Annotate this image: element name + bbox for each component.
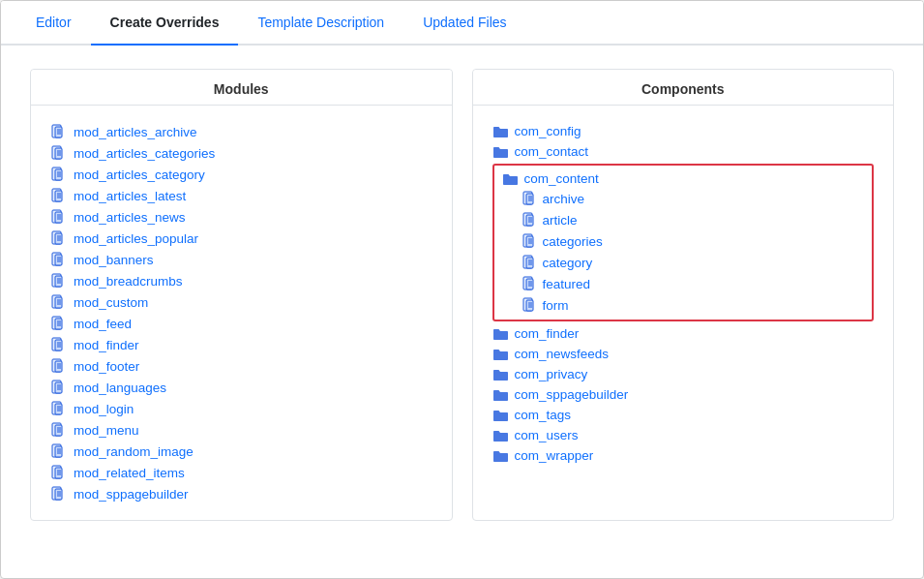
folder-icon xyxy=(492,327,509,341)
tab-editor[interactable]: Editor xyxy=(16,1,91,46)
file-icon xyxy=(522,297,537,313)
folder-header[interactable]: com_content xyxy=(502,169,865,188)
file-icon xyxy=(50,358,68,374)
file-icon xyxy=(50,230,68,246)
item-label: mod_footer xyxy=(74,359,139,374)
folder-icon xyxy=(492,388,509,402)
item-label: com_tags xyxy=(515,408,572,422)
item-label: mod_finder xyxy=(74,338,139,352)
item-label: archive xyxy=(543,192,585,206)
list-item[interactable]: mod_finder xyxy=(50,334,432,355)
list-item[interactable]: com_users xyxy=(492,425,875,445)
file-icon xyxy=(50,124,68,139)
item-label: mod_random_image xyxy=(74,444,194,459)
list-item[interactable]: mod_footer xyxy=(50,355,432,377)
file-icon xyxy=(50,294,68,310)
file-icon xyxy=(50,465,68,480)
list-item[interactable]: article xyxy=(522,209,865,230)
list-item[interactable]: mod_breadcrumbs xyxy=(50,270,432,291)
list-item[interactable]: mod_articles_categories xyxy=(50,142,432,164)
file-icon xyxy=(50,145,68,161)
item-label: com_users xyxy=(515,428,579,442)
list-item[interactable]: form xyxy=(522,294,865,316)
tab-create-overrides[interactable]: Create Overrides xyxy=(91,1,239,46)
item-label: com_wrapper xyxy=(515,448,594,463)
item-label: com_content xyxy=(524,171,599,186)
list-item[interactable]: mod_sppagebuilder xyxy=(50,483,432,504)
list-item[interactable]: com_config xyxy=(492,121,875,141)
item-label: mod_breadcrumbs xyxy=(74,274,183,289)
file-icon xyxy=(50,316,68,331)
item-label: mod_articles_latest xyxy=(74,189,186,203)
modules-panel-title: Modules xyxy=(31,70,452,106)
folder-children: archive article categories category xyxy=(502,188,865,316)
file-icon xyxy=(50,443,68,459)
item-label: com_config xyxy=(515,124,581,138)
file-icon xyxy=(522,212,537,228)
item-label: com_newsfeeds xyxy=(515,347,610,361)
item-label: mod_menu xyxy=(74,423,139,438)
list-item[interactable]: mod_articles_news xyxy=(50,206,432,228)
file-icon xyxy=(50,273,68,289)
list-item[interactable]: mod_feed xyxy=(50,313,432,334)
list-item[interactable]: com_sppagebuilder xyxy=(492,384,875,405)
list-item[interactable]: mod_related_items xyxy=(50,462,432,483)
item-label: com_finder xyxy=(515,326,580,341)
list-item[interactable]: mod_languages xyxy=(50,377,432,398)
item-label: mod_related_items xyxy=(74,466,185,480)
item-label: categories xyxy=(543,234,603,249)
list-item[interactable]: com_tags xyxy=(492,405,875,425)
item-label: com_contact xyxy=(515,144,589,159)
expanded-folder: com_content archive article categories xyxy=(492,164,875,321)
folder-icon xyxy=(492,368,509,381)
main-window: Editor Create Overrides Template Descrip… xyxy=(0,0,924,579)
item-label: article xyxy=(543,213,578,228)
file-icon xyxy=(50,188,68,203)
components-panel-body: com_config com_contact com_content archi… xyxy=(473,106,894,481)
file-icon xyxy=(50,486,68,502)
list-item[interactable]: categories xyxy=(522,230,865,252)
list-item[interactable]: mod_random_image xyxy=(50,441,432,462)
item-label: mod_feed xyxy=(74,317,132,331)
list-item[interactable]: mod_login xyxy=(50,398,432,419)
folder-icon xyxy=(492,429,509,442)
modules-panel: Modules mod_articles_archive xyxy=(30,69,453,521)
list-item[interactable]: mod_custom xyxy=(50,291,432,313)
item-label: mod_sppagebuilder xyxy=(74,487,189,502)
tab-updated-files[interactable]: Updated Files xyxy=(403,1,525,46)
tab-template-description[interactable]: Template Description xyxy=(238,1,403,46)
list-item[interactable]: mod_articles_category xyxy=(50,164,432,185)
file-icon xyxy=(50,209,68,225)
file-icon xyxy=(50,337,68,352)
file-icon xyxy=(522,233,537,249)
list-item[interactable]: com_wrapper xyxy=(492,445,875,466)
list-item[interactable]: com_newsfeeds xyxy=(492,344,875,364)
list-item[interactable]: mod_menu xyxy=(50,419,432,441)
file-icon xyxy=(522,276,537,291)
folder-icon xyxy=(492,449,509,463)
list-item[interactable]: com_contact xyxy=(492,141,875,162)
list-item[interactable]: mod_articles_archive xyxy=(50,121,432,142)
list-item[interactable]: com_privacy xyxy=(492,364,875,384)
item-label: mod_articles_news xyxy=(74,210,186,225)
item-label: mod_articles_archive xyxy=(74,125,197,139)
list-item[interactable]: featured xyxy=(522,273,865,294)
item-label: mod_articles_categories xyxy=(74,146,215,161)
modules-panel-body: mod_articles_archive mod_articles_catego… xyxy=(31,106,452,520)
folder-icon xyxy=(502,172,519,186)
list-item[interactable]: mod_articles_popular xyxy=(50,228,432,249)
file-icon xyxy=(50,380,68,395)
list-item[interactable]: com_finder xyxy=(492,323,875,344)
list-item[interactable]: archive xyxy=(522,188,865,209)
file-icon xyxy=(50,167,68,182)
item-label: mod_banners xyxy=(74,253,154,267)
list-item[interactable]: mod_articles_latest xyxy=(50,185,432,206)
list-item[interactable]: category xyxy=(522,252,865,273)
item-label: com_privacy xyxy=(515,367,588,381)
item-label: mod_articles_category xyxy=(74,168,205,182)
components-panel-title: Components xyxy=(473,70,894,106)
file-icon xyxy=(50,252,68,267)
list-item[interactable]: mod_banners xyxy=(50,249,432,270)
tab-bar: Editor Create Overrides Template Descrip… xyxy=(1,1,923,46)
item-label: mod_custom xyxy=(74,295,148,310)
